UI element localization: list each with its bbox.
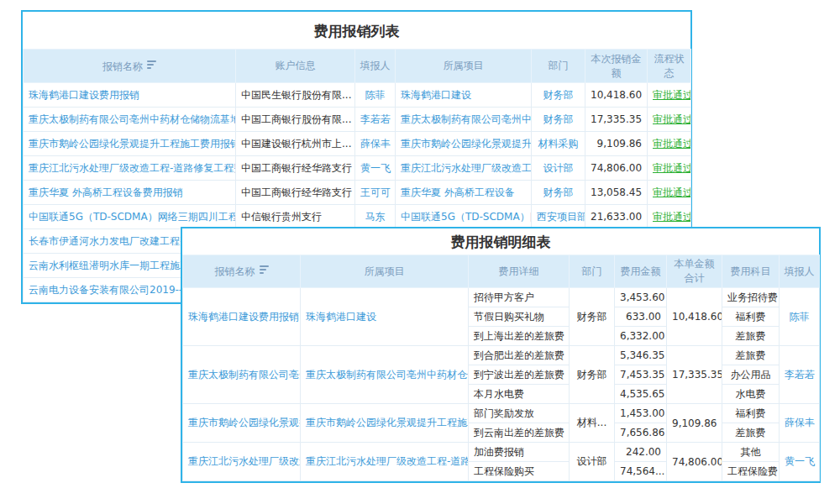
col-header-account: 账户信息 [236,50,355,83]
reimbursement-name-link[interactable]: 重庆市鹅岭公园绿化景观提升工程施工费用报销 [24,132,236,156]
status-link[interactable]: 审批通过 [648,83,691,108]
reporter-link[interactable]: 黄一飞 [780,443,820,481]
expense-detail-cell: 加油费报销 [469,443,570,462]
status-link[interactable]: 审批通过 [648,132,691,156]
expense-detail-cell: 到宁波出差的差旅费 [469,365,570,385]
expense-detail-cell: 到上海出差的差旅费 [469,327,570,346]
project-link[interactable]: 珠海鹤港口建设 [396,83,532,108]
col-header-name: 报销名称 [24,50,236,83]
col-header-amount: 费用金额 [615,255,667,288]
amount-cell: 7,656.86 [615,423,667,443]
project-link[interactable]: 重庆江北污水处理厂级改造工... [396,156,532,181]
reporter-link[interactable]: 陈菲 [355,83,396,108]
expense-list-header-row: 报销名称 账户信息 填报人 所属项目 部门 本次报销金额 流程状态 [24,50,691,83]
project-link[interactable]: 重庆市鹅岭公园绿化景观提升... [396,132,532,156]
dept-cell: 财务部 [570,346,615,404]
expense-list-title: 费用报销列表 [23,12,690,49]
status-link[interactable]: 审批通过 [648,205,691,229]
col-header-dept: 部门 [532,50,585,83]
table-row: 珠海鹤港口建设费用报销 珠海鹤港口建设 招待甲方客户 财务部 3,453.60 … [183,288,820,307]
amount-cell: 633.00 [615,307,667,327]
account-cell: 中国工商银行经华路支行 [236,181,355,205]
dept-cell: 设计部 [570,443,615,481]
amount-cell: 74,806.00 [585,156,648,181]
col-header-total: 本单金额合计 [667,255,722,288]
reimbursement-name-link[interactable]: 重庆江北污水处理厂级改造工程- [183,443,301,481]
reporter-link[interactable]: 李若若 [780,346,820,404]
amount-cell: 10,418.60 [585,83,648,108]
table-row: 重庆华夏 外高桥工程设备费用报销 中国工商银行经华路支行 王可可 重庆华夏 外高… [24,181,691,205]
sort-bars-icon[interactable] [260,264,269,276]
status-link[interactable]: 审批通过 [648,156,691,181]
dept-cell: 财务部 [570,288,615,346]
table-row: 重庆江北污水处理厂级改造工程-道路修复工程费用... 中国工商银行经华路支行 黄… [24,156,691,181]
category-cell: 差旅费 [722,327,780,346]
reporter-link[interactable]: 王可可 [355,181,396,205]
category-cell: 办公用品 [722,365,780,385]
amount-cell: 21,633.00 [585,205,648,229]
category-cell: 福利费 [722,307,780,327]
amount-cell: 3,453.60 [615,288,667,307]
table-row: 重庆太极制药有限公司亳州中药材仓储物流基地项... 中国工商银行股份有限... … [24,108,691,132]
total-amount-cell: 9,109.86 [667,404,722,443]
total-amount-cell: 17,335.35 [667,346,722,404]
project-link[interactable]: 重庆华夏 外高桥工程设备 [396,181,532,205]
amount-cell: 5,346.35 [615,346,667,365]
reporter-link[interactable]: 李若若 [355,108,396,132]
table-row: 珠海鹤港口建设费用报销 中国民生银行股份有限... 陈菲 珠海鹤港口建设 财务部… [24,83,691,108]
reimbursement-name-link[interactable]: 重庆太极制药有限公司亳州中药材 [183,346,301,404]
account-cell: 中国民生银行股份有限... [236,83,355,108]
col-header-amount: 本次报销金额 [585,50,648,83]
reimbursement-name-link[interactable]: 重庆江北污水处理厂级改造工程-道路修复工程费用... [24,156,236,181]
dept-link[interactable]: 材料采购 [532,132,585,156]
reimbursement-name-link[interactable]: 中国联通5G（TD-SCDMA）网络三期四川工程费... [24,205,236,229]
col-header-reporter: 填报人 [780,255,820,288]
project-link[interactable]: 重庆太极制药有限公司亳州中药材仓储物流 [301,346,469,404]
dept-cell: 材料... [570,404,615,443]
reimbursement-name-link[interactable]: 珠海鹤港口建设费用报销 [183,288,301,346]
reporter-link[interactable]: 薛保丰 [355,132,396,156]
project-link[interactable]: 重庆江北污水处理厂级改造工程-道路修复工 [301,443,469,481]
account-cell: 中国工商银行股份有限... [236,108,355,132]
category-cell: 福利费 [722,404,780,423]
col-header-status: 流程状态 [648,50,691,83]
expense-detail-cell: 到合肥出差的差旅费 [469,346,570,365]
project-link[interactable]: 珠海鹤港口建设 [301,288,469,346]
reimbursement-name-link[interactable]: 珠海鹤港口建设费用报销 [24,83,236,108]
amount-cell: 6,332.00 [615,327,667,346]
expense-detail-cell: 部门奖励发放 [469,404,570,423]
project-link[interactable]: 重庆市鹅岭公园绿化景观提升工程施工 [301,404,469,443]
status-link[interactable]: 审批通过 [648,181,691,205]
dept-link[interactable]: 财务部 [532,181,585,205]
dept-link[interactable]: 财务部 [532,108,585,132]
table-row: 重庆市鹅岭公园绿化景观提升工程施工费用报销 中国建设银行杭州市上... 薛保丰 … [24,132,691,156]
dept-link[interactable]: 设计部 [532,156,585,181]
project-link[interactable]: 中国联通5G（TD-SCDMA）网... [396,205,532,229]
reporter-link[interactable]: 薛保丰 [780,404,820,443]
project-link[interactable]: 重庆太极制药有限公司亳州中... [396,108,532,132]
col-header-name: 报销名称 [183,255,301,288]
reimbursement-name-link[interactable]: 重庆华夏 外高桥工程设备费用报销 [24,181,236,205]
dept-link[interactable]: 财务部 [532,83,585,108]
col-header-dept: 部门 [570,255,615,288]
expense-detail-cell: 节假日购买礼物 [469,307,570,327]
amount-cell: 242.00 [615,443,667,462]
total-amount-cell: 10,418.60 [667,288,722,346]
account-cell: 中信银行贵州支行 [236,205,355,229]
status-link[interactable]: 审批通过 [648,108,691,132]
dept-link[interactable]: 西安项目部 [532,205,585,229]
reimbursement-name-link[interactable]: 重庆太极制药有限公司亳州中药材仓储物流基地项... [24,108,236,132]
amount-cell: 7,453.35 [615,365,667,385]
category-cell: 差旅费 [722,346,780,365]
reporter-link[interactable]: 黄一飞 [355,156,396,181]
reporter-link[interactable]: 马东 [355,205,396,229]
amount-cell: 74,564... [615,462,667,481]
expense-detail-title: 费用报销明细表 [182,228,819,255]
account-cell: 中国建设银行杭州市上... [236,132,355,156]
amount-cell: 1,453.00 [615,404,667,423]
amount-cell: 17,335.35 [585,108,648,132]
reporter-link[interactable]: 陈菲 [780,288,820,346]
col-header-project: 所属项目 [396,50,532,83]
reimbursement-name-link[interactable]: 重庆市鹅岭公园绿化景观提升工程 [183,404,301,443]
sort-bars-icon[interactable] [147,59,156,71]
